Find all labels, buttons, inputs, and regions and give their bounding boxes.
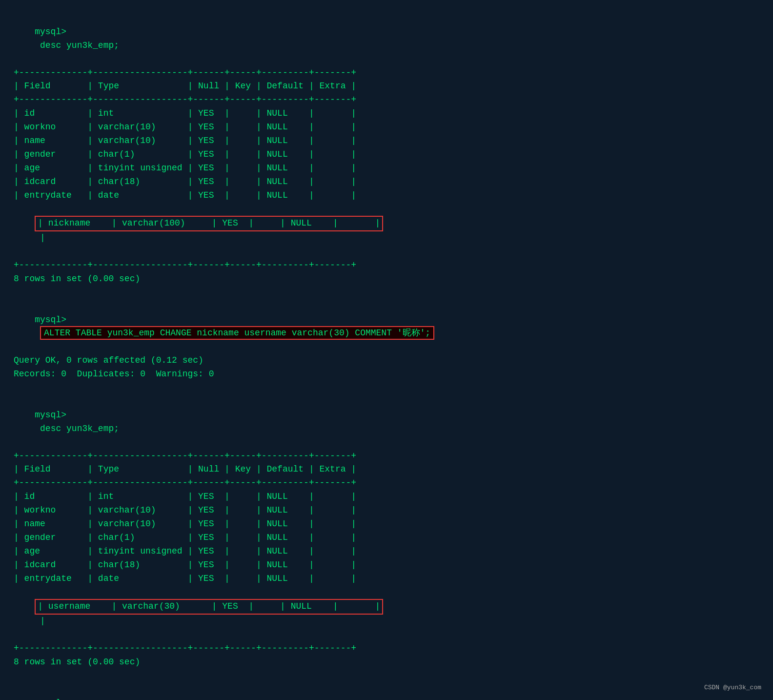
- command-line-3: mysql> desc yun3k_emp;: [14, 395, 759, 450]
- command-line-1: mysql> desc yun3k_emp;: [14, 12, 759, 66]
- prompt-1: mysql>: [35, 27, 66, 37]
- result-2a: Query OK, 0 rows affected (0.12 sec): [14, 354, 759, 368]
- command-line-2: mysql> ALTER TABLE yun3k_emp CHANGE nick…: [14, 300, 759, 354]
- result-2b: Records: 0 Duplicates: 0 Warnings: 0: [14, 368, 759, 381]
- alter-command-box: ALTER TABLE yun3k_emp CHANGE nickname us…: [40, 326, 434, 340]
- command-space-3: [35, 424, 40, 433]
- table-row-age-3: | age | tinyint unsigned | YES | | NULL …: [14, 545, 759, 558]
- final-prompt: mysql>: [35, 698, 66, 700]
- spacer-1: [14, 286, 759, 300]
- nickname-row-box: | nickname | varchar(100) | YES | | NULL…: [35, 216, 383, 231]
- table-row-id-3: | id | int | YES | | NULL | |: [14, 490, 759, 504]
- table-row-idcard-3: | idcard | char(18) | YES | | NULL | |: [14, 558, 759, 572]
- result-1: 8 rows in set (0.00 sec): [14, 272, 759, 286]
- spacer-2: [14, 381, 759, 395]
- table-header-3: | Field | Type | Null | Key | Default | …: [14, 463, 759, 476]
- table-header-1: | Field | Type | Null | Key | Default | …: [14, 80, 759, 93]
- table-row-username-highlighted: | username | varchar(30) | YES | | NULL …: [14, 585, 759, 642]
- table-row-nickname-highlighted: | nickname | varchar(100) | YES | | NULL…: [14, 202, 759, 259]
- command-text-1: desc yun3k_emp;: [40, 41, 119, 50]
- terminal: mysql> desc yun3k_emp; +-------------+--…: [14, 12, 759, 700]
- table-row-name-3: | name | varchar(10) | YES | | NULL | |: [14, 517, 759, 531]
- prompt-3: mysql>: [35, 410, 66, 420]
- table-row-id-1: | id | int | YES | | NULL | |: [14, 107, 759, 121]
- separator-1a: +-------------+------------------+------…: [14, 66, 759, 80]
- table-row-gender-1: | gender | char(1) | YES | | NULL | |: [14, 148, 759, 162]
- separator-1c: +-------------+------------------+------…: [14, 259, 759, 272]
- final-prompt-line: mysql>: [14, 683, 759, 700]
- table-row-entrydate-3: | entrydate | date | YES | | NULL | |: [14, 572, 759, 586]
- prompt-2: mysql>: [35, 315, 66, 325]
- watermark: CSDN @yun3k_com: [704, 684, 761, 691]
- separator-3b: +-------------+------------------+------…: [14, 476, 759, 490]
- table-row-gender-3: | gender | char(1) | YES | | NULL | |: [14, 531, 759, 545]
- table-row-workno-3: | workno | varchar(10) | YES | | NULL | …: [14, 504, 759, 517]
- table-row-age-1: | age | tinyint unsigned | YES | | NULL …: [14, 162, 759, 175]
- username-row-box: | username | varchar(30) | YES | | NULL …: [35, 599, 383, 615]
- table-row-entrydate-1: | entrydate | date | YES | | NULL | |: [14, 189, 759, 203]
- username-row-trailing: |: [35, 616, 45, 626]
- table-row-name-1: | name | varchar(10) | YES | | NULL | |: [14, 134, 759, 148]
- spacer-3: [14, 669, 759, 683]
- nickname-row-trailing: |: [35, 233, 45, 243]
- table-row-workno-1: | workno | varchar(10) | YES | | NULL | …: [14, 121, 759, 134]
- table-row-idcard-1: | idcard | char(18) | YES | | NULL | |: [14, 175, 759, 189]
- separator-3a: +-------------+------------------+------…: [14, 450, 759, 463]
- command-text-3: desc yun3k_emp;: [40, 424, 119, 433]
- result-3: 8 rows in set (0.00 sec): [14, 656, 759, 669]
- command-1: [35, 41, 40, 50]
- separator-3c: +-------------+------------------+------…: [14, 642, 759, 656]
- command-space-2: [35, 328, 40, 338]
- separator-1b: +-------------+------------------+------…: [14, 93, 759, 107]
